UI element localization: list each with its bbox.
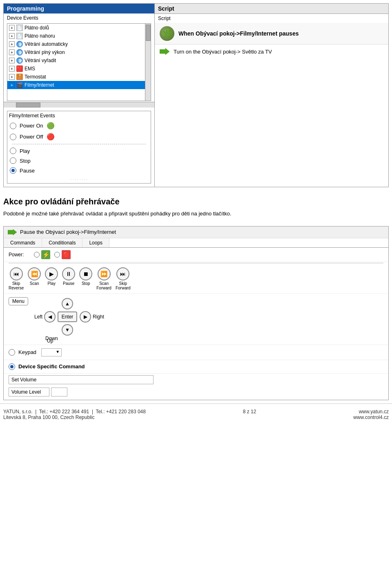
pause-icon[interactable]: ⏸ xyxy=(62,267,75,280)
expand-icon[interactable]: + xyxy=(9,49,15,55)
svg-marker-1 xyxy=(8,229,17,235)
play-btn[interactable]: ▶ Play xyxy=(45,267,58,286)
left-button[interactable]: ◀ xyxy=(44,311,56,323)
power-label: Power: xyxy=(9,252,29,258)
transport-row: ⏮ SkipReverse ⏪ Scan ▶ Play ⏸ Pause ⏹ St… xyxy=(4,264,388,294)
divider xyxy=(12,144,146,144)
programming-header: Programming xyxy=(4,4,154,13)
event-pause[interactable]: Pause xyxy=(9,166,149,175)
programming-title: Programming xyxy=(7,5,44,12)
event-power-on[interactable]: Power On 🟢 xyxy=(9,120,149,131)
dsc-radio[interactable] xyxy=(9,363,15,370)
expand-icon[interactable]: + xyxy=(9,74,15,80)
skip-reverse-icon[interactable]: ⏮ xyxy=(10,267,23,280)
power-off-radio[interactable] xyxy=(54,252,60,258)
tree-item-vetrani-plny[interactable]: + 💨 Větrání plný výkon xyxy=(7,48,151,56)
radio-power-off[interactable] xyxy=(10,134,16,140)
device-events-label: Device Events xyxy=(4,13,154,22)
skip-forward-btn[interactable]: ⏭ SkipForward xyxy=(116,267,131,290)
middle-desc: Podobně je možné také přehrávač ovládat … xyxy=(3,210,389,218)
volume-level-input[interactable] xyxy=(9,388,49,397)
dsc-label: Device Specific Command xyxy=(18,363,85,370)
event-stop[interactable]: Stop xyxy=(9,156,149,166)
power-off-icon: 🔴 xyxy=(47,133,55,141)
volume-level-row: 0 xyxy=(4,386,388,400)
up-button[interactable]: ▲ xyxy=(62,298,73,309)
radio-power-on[interactable] xyxy=(10,123,16,129)
footer-right: www.yatun.cz www.control4.cz xyxy=(353,409,389,420)
stop-btn[interactable]: ⏹ Stop xyxy=(79,267,92,286)
stop-icon[interactable]: ⏹ xyxy=(79,267,92,280)
tree-item-termostat[interactable]: + 🌡️ Termostat xyxy=(7,73,151,81)
set-volume-row xyxy=(4,373,388,386)
events-label: Filmy/Internet Events xyxy=(9,113,149,119)
script-panel: Script Script 🌿 When Obývací pokoj->Film… xyxy=(155,4,388,187)
radio-play[interactable] xyxy=(10,148,16,154)
play-icon[interactable]: ▶ xyxy=(45,267,58,280)
event-power-off[interactable]: Power Off 🔴 xyxy=(9,131,149,142)
scan-reverse-icon[interactable]: ⏪ xyxy=(28,267,41,280)
event-play[interactable]: Play xyxy=(9,146,149,156)
tree-item-platno-dolu[interactable]: + 📄 Plátno dolů xyxy=(7,24,151,32)
ems-icon: ❤️ xyxy=(16,65,23,72)
page-number: 8 z 12 xyxy=(243,409,256,420)
command-tabs: Commands Conditionals Loops xyxy=(4,238,388,248)
volume-value-input[interactable]: 0 xyxy=(51,388,67,397)
radio-pause[interactable] xyxy=(10,167,16,174)
power-on-btn[interactable]: ⚡ xyxy=(34,250,50,259)
script-when-text: When Obývací pokoj->Filmy/Internet pause… xyxy=(178,30,298,37)
keypad-row: Keypad ▼ xyxy=(4,345,388,360)
power-off-btn[interactable]: 🔴 xyxy=(54,250,71,259)
down-button[interactable]: ▼ xyxy=(62,324,73,336)
skip-reverse-btn[interactable]: ⏮ SkipReverse xyxy=(9,267,24,290)
fan-icon: 💨 xyxy=(16,41,23,47)
fan-icon: 💨 xyxy=(16,49,23,56)
power-on-radio[interactable] xyxy=(34,252,40,258)
tree-item-vetrani-vyradit[interactable]: + 💨 Větrání vyřadit xyxy=(7,56,151,65)
scan-forward-icon[interactable]: ⏩ xyxy=(98,267,111,280)
keypad-radio[interactable] xyxy=(9,349,15,356)
expand-icon[interactable]: + xyxy=(9,41,15,47)
address: Litevská 8, Praha 100 00, Czech Republic xyxy=(3,414,146,420)
url1: www.yatun.cz xyxy=(353,409,389,414)
expand-icon[interactable]: + xyxy=(9,66,15,72)
scan-reverse-btn[interactable]: ⏪ Scan xyxy=(28,267,41,286)
command-panel: Pause the Obývací pokoj->Filmy/Internet … xyxy=(3,226,389,400)
scan-forward-btn[interactable]: ⏩ ScanForward xyxy=(96,267,111,290)
when-icon: 🌿 xyxy=(160,26,174,41)
expand-icon[interactable]: + xyxy=(9,58,15,63)
radio-stop[interactable] xyxy=(10,157,16,164)
script-label: Script xyxy=(155,14,388,23)
script-when-block: 🌿 When Obývací pokoj->Filmy/Internet pau… xyxy=(155,23,388,45)
tree-item-ems[interactable]: + ❤️ EMS xyxy=(7,65,151,73)
right-button[interactable]: ▶ xyxy=(80,311,91,323)
set-volume-input[interactable] xyxy=(9,375,154,384)
tree-hscrollbar[interactable] xyxy=(4,102,154,108)
power-on-icon: 🟢 xyxy=(47,122,55,130)
more-dots: . . . . . . . . xyxy=(9,175,149,181)
tree-item-vetrani-auto[interactable]: + 💨 Větrání automaticky xyxy=(7,40,151,48)
hscroll-thumb xyxy=(16,103,40,108)
page-icon: 📄 xyxy=(16,25,23,31)
tree-item-platno-nahoru[interactable]: + 📄 Plátno nahoru xyxy=(7,32,151,40)
tab-loops[interactable]: Loops xyxy=(82,238,109,247)
tab-commands[interactable]: Commands xyxy=(4,238,42,247)
termostat-icon: 🌡️ xyxy=(16,74,23,80)
tree-item-filmy[interactable]: + 🎬 Filmy/Internet xyxy=(7,81,151,89)
keypad-dropdown[interactable]: ▼ xyxy=(41,348,62,356)
enter-button[interactable]: Enter xyxy=(58,311,78,322)
expand-icon[interactable]: + xyxy=(9,25,15,31)
divider-dashes xyxy=(9,263,383,263)
expand-icon[interactable]: + xyxy=(9,82,15,88)
tab-conditionals[interactable]: Conditionals xyxy=(42,238,82,247)
programming-panel: Programming Device Events + 📄 Plátno dol… xyxy=(4,4,155,187)
skip-forward-icon[interactable]: ⏭ xyxy=(116,267,129,280)
script-header: Script xyxy=(155,4,388,14)
tree-area[interactable]: + 📄 Plátno dolů + 📄 Plátno nahoru + 💨 Vě… xyxy=(7,23,151,101)
tree-scrollbar[interactable] xyxy=(145,24,151,101)
down-text-label: Down xyxy=(9,336,383,341)
expand-icon[interactable]: + xyxy=(9,33,15,39)
action-arrow-icon xyxy=(160,48,169,55)
menu-button[interactable]: Menu xyxy=(9,297,28,305)
pause-btn[interactable]: ⏸ Pause xyxy=(62,267,75,286)
